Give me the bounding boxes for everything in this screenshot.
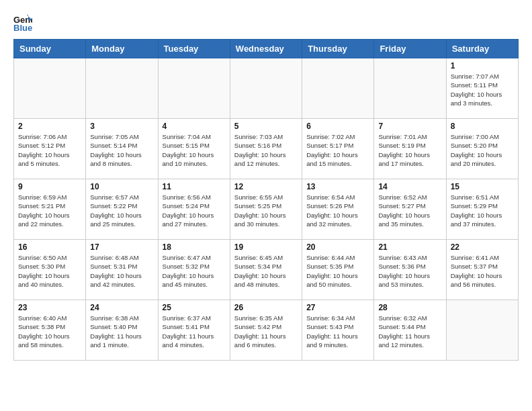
day-number: 27	[306, 303, 369, 312]
day-info: Sunrise: 6:54 AM Sunset: 5:26 PM Dayligh…	[306, 193, 369, 228]
calendar-header-row: SundayMondayTuesdayWednesdayThursdayFrid…	[14, 40, 519, 58]
day-info: Sunrise: 6:43 AM Sunset: 5:36 PM Dayligh…	[378, 253, 441, 289]
week-row: 2Sunrise: 7:06 AM Sunset: 5:12 PM Daylig…	[14, 119, 519, 179]
calendar-cell: 12Sunrise: 6:55 AM Sunset: 5:25 PM Dayli…	[230, 179, 302, 240]
calendar-cell: 23Sunrise: 6:40 AM Sunset: 5:38 PM Dayli…	[14, 300, 86, 361]
calendar-cell: 17Sunrise: 6:48 AM Sunset: 5:31 PM Dayli…	[86, 240, 158, 300]
day-info: Sunrise: 6:51 AM Sunset: 5:29 PM Dayligh…	[451, 193, 514, 228]
day-number: 12	[234, 182, 298, 191]
day-info: Sunrise: 7:04 AM Sunset: 5:15 PM Dayligh…	[163, 132, 226, 168]
calendar-cell: 8Sunrise: 7:00 AM Sunset: 5:20 PM Daylig…	[446, 119, 518, 179]
calendar-cell: 15Sunrise: 6:51 AM Sunset: 5:29 PM Dayli…	[446, 179, 518, 240]
calendar-cell: 19Sunrise: 6:45 AM Sunset: 5:34 PM Dayli…	[230, 240, 302, 300]
calendar-cell	[86, 58, 158, 119]
day-number: 2	[18, 122, 81, 131]
day-info: Sunrise: 6:38 AM Sunset: 5:40 PM Dayligh…	[90, 314, 153, 349]
day-info: Sunrise: 6:37 AM Sunset: 5:41 PM Dayligh…	[163, 314, 226, 349]
day-info: Sunrise: 6:52 AM Sunset: 5:27 PM Dayligh…	[378, 193, 441, 228]
day-of-week-header: Monday	[86, 40, 158, 58]
calendar-cell: 22Sunrise: 6:41 AM Sunset: 5:37 PM Dayli…	[446, 240, 518, 300]
calendar-cell: 25Sunrise: 6:37 AM Sunset: 5:41 PM Dayli…	[158, 300, 230, 361]
calendar-cell: 13Sunrise: 6:54 AM Sunset: 5:26 PM Dayli…	[302, 179, 374, 240]
day-number: 28	[378, 303, 441, 312]
day-number: 15	[451, 182, 514, 191]
day-number: 14	[378, 182, 441, 191]
day-number: 4	[163, 122, 226, 131]
day-number: 21	[378, 242, 441, 252]
day-number: 20	[306, 242, 369, 252]
day-info: Sunrise: 6:59 AM Sunset: 5:21 PM Dayligh…	[18, 193, 81, 228]
day-number: 16	[18, 242, 81, 252]
logo: General Blue	[13, 13, 35, 32]
calendar-cell: 1Sunrise: 7:07 AM Sunset: 5:11 PM Daylig…	[446, 58, 518, 119]
calendar-cell	[302, 58, 374, 119]
day-number: 26	[234, 303, 298, 312]
day-of-week-header: Wednesday	[230, 40, 302, 58]
calendar: SundayMondayTuesdayWednesdayThursdayFrid…	[13, 39, 519, 361]
calendar-cell: 24Sunrise: 6:38 AM Sunset: 5:40 PM Dayli…	[86, 300, 158, 361]
calendar-cell: 2Sunrise: 7:06 AM Sunset: 5:12 PM Daylig…	[14, 119, 86, 179]
day-info: Sunrise: 6:57 AM Sunset: 5:22 PM Dayligh…	[90, 193, 153, 228]
day-info: Sunrise: 7:00 AM Sunset: 5:20 PM Dayligh…	[451, 132, 514, 168]
day-info: Sunrise: 7:07 AM Sunset: 5:11 PM Dayligh…	[451, 72, 514, 107]
calendar-cell: 4Sunrise: 7:04 AM Sunset: 5:15 PM Daylig…	[158, 119, 230, 179]
week-row: 23Sunrise: 6:40 AM Sunset: 5:38 PM Dayli…	[14, 300, 519, 361]
week-row: 9Sunrise: 6:59 AM Sunset: 5:21 PM Daylig…	[14, 179, 519, 240]
day-info: Sunrise: 6:47 AM Sunset: 5:32 PM Dayligh…	[163, 253, 226, 289]
day-of-week-header: Friday	[374, 40, 446, 58]
day-info: Sunrise: 6:41 AM Sunset: 5:37 PM Dayligh…	[451, 253, 514, 289]
day-number: 8	[451, 122, 514, 131]
day-info: Sunrise: 7:06 AM Sunset: 5:12 PM Dayligh…	[18, 132, 81, 168]
day-info: Sunrise: 6:34 AM Sunset: 5:43 PM Dayligh…	[306, 314, 369, 349]
calendar-cell	[446, 300, 518, 361]
calendar-cell: 11Sunrise: 6:56 AM Sunset: 5:24 PM Dayli…	[158, 179, 230, 240]
day-info: Sunrise: 6:56 AM Sunset: 5:24 PM Dayligh…	[163, 193, 226, 228]
day-info: Sunrise: 6:32 AM Sunset: 5:44 PM Dayligh…	[378, 314, 441, 349]
day-info: Sunrise: 6:45 AM Sunset: 5:34 PM Dayligh…	[234, 253, 298, 289]
calendar-cell: 6Sunrise: 7:02 AM Sunset: 5:17 PM Daylig…	[302, 119, 374, 179]
calendar-cell: 16Sunrise: 6:50 AM Sunset: 5:30 PM Dayli…	[14, 240, 86, 300]
day-info: Sunrise: 7:02 AM Sunset: 5:17 PM Dayligh…	[306, 132, 369, 168]
day-number: 19	[234, 242, 298, 252]
calendar-cell	[158, 58, 230, 119]
day-info: Sunrise: 6:35 AM Sunset: 5:42 PM Dayligh…	[234, 314, 298, 349]
day-of-week-header: Thursday	[302, 40, 374, 58]
day-number: 17	[90, 242, 153, 252]
day-info: Sunrise: 7:03 AM Sunset: 5:16 PM Dayligh…	[234, 132, 298, 168]
calendar-cell: 27Sunrise: 6:34 AM Sunset: 5:43 PM Dayli…	[302, 300, 374, 361]
calendar-cell: 20Sunrise: 6:44 AM Sunset: 5:35 PM Dayli…	[302, 240, 374, 300]
calendar-cell: 28Sunrise: 6:32 AM Sunset: 5:44 PM Dayli…	[374, 300, 446, 361]
day-number: 18	[163, 242, 226, 252]
svg-text:Blue: Blue	[13, 23, 32, 32]
day-number: 13	[306, 182, 369, 191]
day-number: 3	[90, 122, 153, 131]
day-number: 1	[451, 61, 514, 71]
day-number: 25	[163, 303, 226, 312]
day-number: 7	[378, 122, 441, 131]
calendar-cell: 7Sunrise: 7:01 AM Sunset: 5:19 PM Daylig…	[374, 119, 446, 179]
calendar-cell: 21Sunrise: 6:43 AM Sunset: 5:36 PM Dayli…	[374, 240, 446, 300]
calendar-cell: 10Sunrise: 6:57 AM Sunset: 5:22 PM Dayli…	[86, 179, 158, 240]
calendar-cell: 9Sunrise: 6:59 AM Sunset: 5:21 PM Daylig…	[14, 179, 86, 240]
day-number: 23	[18, 303, 81, 312]
week-row: 16Sunrise: 6:50 AM Sunset: 5:30 PM Dayli…	[14, 240, 519, 300]
day-info: Sunrise: 6:50 AM Sunset: 5:30 PM Dayligh…	[18, 253, 81, 289]
day-number: 5	[234, 122, 298, 131]
day-number: 11	[163, 182, 226, 191]
day-info: Sunrise: 6:48 AM Sunset: 5:31 PM Dayligh…	[90, 253, 153, 289]
day-number: 24	[90, 303, 153, 312]
calendar-cell: 14Sunrise: 6:52 AM Sunset: 5:27 PM Dayli…	[374, 179, 446, 240]
page-header: General Blue	[13, 13, 519, 32]
calendar-cell	[14, 58, 86, 119]
day-of-week-header: Sunday	[14, 40, 86, 58]
day-number: 10	[90, 182, 153, 191]
day-info: Sunrise: 7:01 AM Sunset: 5:19 PM Dayligh…	[378, 132, 441, 168]
day-number: 9	[18, 182, 81, 191]
calendar-cell: 3Sunrise: 7:05 AM Sunset: 5:14 PM Daylig…	[86, 119, 158, 179]
calendar-cell: 18Sunrise: 6:47 AM Sunset: 5:32 PM Dayli…	[158, 240, 230, 300]
day-number: 6	[306, 122, 369, 131]
week-row: 1Sunrise: 7:07 AM Sunset: 5:11 PM Daylig…	[14, 58, 519, 119]
calendar-cell: 5Sunrise: 7:03 AM Sunset: 5:16 PM Daylig…	[230, 119, 302, 179]
logo-icon: General Blue	[13, 13, 32, 32]
calendar-cell	[374, 58, 446, 119]
